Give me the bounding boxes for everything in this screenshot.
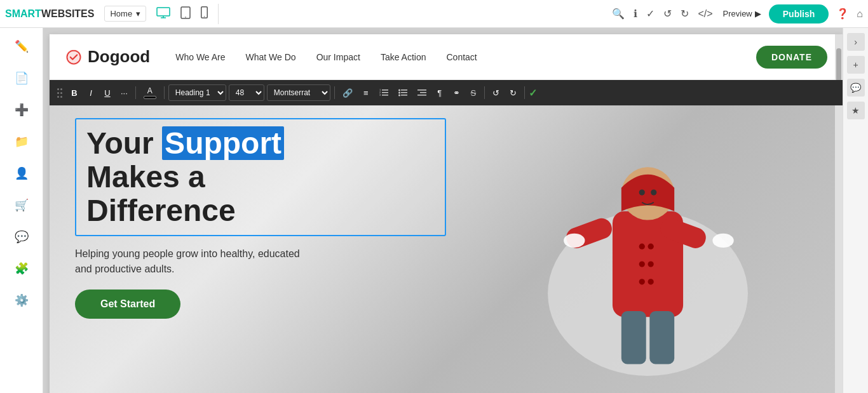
search-icon[interactable]: 🔍 <box>612 8 625 20</box>
redo-icon[interactable]: ↻ <box>681 8 689 20</box>
color-picker-button[interactable]: A <box>140 84 160 101</box>
website-nav: Dogood Who We Are What We Do Our Impact … <box>50 34 843 80</box>
italic-button[interactable]: I <box>84 84 98 101</box>
svg-rect-8 <box>382 90 388 91</box>
website-preview: Dogood Who We Are What We Do Our Impact … <box>50 34 843 393</box>
logo-bold: good <box>110 47 151 66</box>
svg-point-31 <box>648 261 654 267</box>
ordered-list-button[interactable]: 123 <box>376 84 392 101</box>
page-selector[interactable]: Home ▾ <box>104 6 146 22</box>
heading-highlight: Support <box>162 126 284 160</box>
mobile-device-button[interactable] <box>198 4 210 23</box>
separator-1 <box>135 86 136 99</box>
sidebar-icon-gear[interactable]: ⚙️ <box>11 290 32 311</box>
cta-button[interactable]: Get Started <box>75 290 180 319</box>
child-figure <box>493 105 779 393</box>
sidebar-icon-pages[interactable]: 📄 <box>11 67 32 89</box>
font-size-select[interactable]: 48 36 24 18 <box>229 84 264 101</box>
logo-text: Dogood <box>88 47 150 67</box>
help-icon[interactable]: ❓ <box>836 8 849 20</box>
more-options-button[interactable]: ··· <box>117 84 132 101</box>
nav-link-take-action[interactable]: Take Action <box>381 52 426 62</box>
svg-point-17 <box>398 90 400 91</box>
svg-rect-0 <box>157 8 170 16</box>
heading-line2: Makes a <box>86 160 205 194</box>
unordered-list-button[interactable] <box>395 84 411 101</box>
heading-text: Your Support Makes a Difference <box>86 127 435 227</box>
right-icon-chat[interactable]: 💬 <box>847 79 865 97</box>
page-selector-label: Home <box>110 9 132 18</box>
tablet-device-button[interactable] <box>178 4 193 24</box>
canvas-area: Dogood Who We Are What We Do Our Impact … <box>43 28 843 393</box>
hyperlink-button[interactable]: ⚭ <box>449 84 464 101</box>
nav-link-who-we-are[interactable]: Who We Are <box>175 52 225 62</box>
redo-text-button[interactable]: ↻ <box>506 84 520 101</box>
nav-link-contact[interactable]: Contact <box>447 52 477 62</box>
drag-handle[interactable] <box>55 88 65 98</box>
nav-link-what-we-do[interactable]: What We Do <box>246 52 296 62</box>
svg-point-36 <box>639 189 645 195</box>
logo-icon <box>65 48 83 66</box>
undo-icon[interactable]: ↺ <box>663 8 672 20</box>
sidebar-icon-folder[interactable]: 📁 <box>11 131 32 152</box>
svg-point-4 <box>185 17 186 18</box>
hero-subtext: Helping young people grow into healthy, … <box>75 246 446 277</box>
code-icon[interactable]: </> <box>698 8 712 20</box>
right-icon-arrow[interactable]: › <box>847 33 865 51</box>
right-icon-star[interactable]: ★ <box>847 102 865 119</box>
info-icon[interactable]: ℹ <box>634 8 637 20</box>
sidebar-icon-puzzle[interactable]: 🧩 <box>11 258 32 279</box>
confirm-check-icon[interactable]: ✓ <box>529 87 537 99</box>
svg-rect-15 <box>401 92 407 93</box>
chevron-down-icon: ▾ <box>136 9 140 18</box>
preview-button[interactable]: Preview ▶ <box>723 9 761 18</box>
separator-5 <box>524 86 525 99</box>
svg-point-38 <box>564 234 585 248</box>
brand-logo[interactable]: SMART WEBSITES <box>5 8 94 20</box>
sidebar-icon-add[interactable]: ➕ <box>11 99 32 121</box>
separator-2 <box>164 86 165 99</box>
heading-before: Your <box>86 126 162 160</box>
sidebar-icon-edit[interactable]: ✏️ <box>11 36 32 57</box>
svg-point-18 <box>398 92 400 94</box>
sidebar-icon-chat[interactable]: 💬 <box>11 226 32 248</box>
strikethrough-button[interactable]: S <box>466 84 480 101</box>
nav-link-our-impact[interactable]: Our Impact <box>316 52 360 62</box>
svg-point-30 <box>639 261 645 267</box>
svg-point-37 <box>651 189 656 195</box>
link-button[interactable]: 🔗 <box>339 84 356 101</box>
heading-style-select[interactable]: Heading 1 Heading 2 Heading 3 Paragraph <box>168 84 226 101</box>
brand-websites: WEBSITES <box>41 8 95 20</box>
sidebar-icon-cart[interactable]: 🛒 <box>11 194 32 216</box>
font-family-select[interactable]: Montserrat Arial Georgia <box>267 84 330 101</box>
publish-button[interactable]: Publish <box>769 4 829 23</box>
right-icon-plus[interactable]: + <box>847 56 865 74</box>
sidebar-icon-person[interactable]: 👤 <box>11 163 32 184</box>
svg-rect-35 <box>649 311 674 364</box>
bold-button[interactable]: B <box>67 84 81 101</box>
svg-rect-21 <box>420 92 426 93</box>
svg-text:3: 3 <box>379 93 381 97</box>
indent-right-button[interactable]: ¶ <box>433 84 447 101</box>
svg-rect-34 <box>621 311 646 364</box>
desktop-device-button[interactable] <box>154 4 173 23</box>
svg-point-19 <box>398 95 400 97</box>
svg-rect-16 <box>401 95 407 96</box>
heading-edit-box[interactable]: Your Support Makes a Difference <box>75 118 446 236</box>
svg-point-39 <box>712 234 733 248</box>
svg-point-28 <box>639 244 645 250</box>
logo-light: Do <box>88 47 110 66</box>
indent-button[interactable] <box>414 84 430 101</box>
home-icon[interactable]: ⌂ <box>857 8 863 20</box>
svg-point-7 <box>66 49 82 65</box>
svg-point-33 <box>648 279 654 284</box>
donate-button[interactable]: DONATE <box>756 46 827 69</box>
check-icon[interactable]: ✓ <box>646 8 654 20</box>
device-icon-group <box>154 4 219 24</box>
undo-text-button[interactable]: ↺ <box>489 84 503 101</box>
left-sidebar: ✏️ 📄 ➕ 📁 👤 🛒 💬 🧩 ⚙️ <box>0 28 43 393</box>
align-center-button[interactable]: ≡ <box>359 84 373 101</box>
right-sidebar: › + 💬 ★ <box>843 28 868 393</box>
underline-button[interactable]: U <box>100 84 114 101</box>
svg-point-32 <box>639 279 645 284</box>
